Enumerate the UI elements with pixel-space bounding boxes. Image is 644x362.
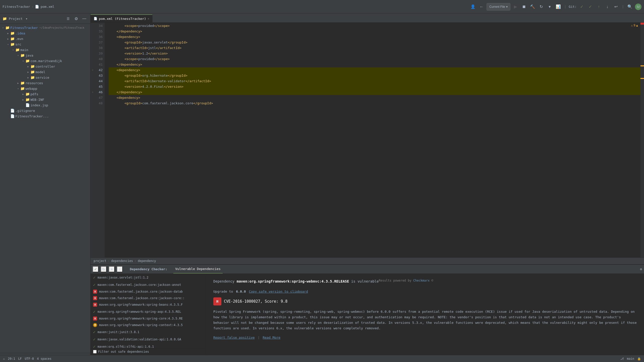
run-button[interactable]: ▶ xyxy=(512,3,519,10)
dep-item-10[interactable]: ✓ maven:javax.validation:validation-api:… xyxy=(91,336,206,343)
gutter-warn-2 xyxy=(640,78,644,79)
panel-settings-icon[interactable]: ⚙ xyxy=(640,267,642,271)
minimize-icon[interactable]: — xyxy=(81,15,88,22)
tab-close-icon[interactable]: ✕ xyxy=(148,17,149,20)
tree-item-webapp[interactable]: ▾ 📁 webapp xyxy=(0,86,90,91)
read-more-link[interactable]: Read More xyxy=(263,336,280,339)
panel-refresh-icon[interactable]: ↻ xyxy=(101,266,107,272)
panel-side-icons: ✓ ↻ ≡ ↕ xyxy=(93,266,123,272)
com-arrow: ▾ xyxy=(21,59,25,63)
right-gutter xyxy=(640,23,644,257)
dep-item-8[interactable]: M maven:org.springframework:spring-conte… xyxy=(91,322,206,328)
filter-checkbox[interactable] xyxy=(93,350,97,353)
panel-tabs: ✓ ↻ ≡ ↕ Dependency Checker: Vulnerable D… xyxy=(91,265,644,274)
resources-arrow: ▶ xyxy=(16,81,20,85)
current-file-button[interactable]: Current File ▾ xyxy=(487,3,510,11)
tree-item-mvn[interactable]: ▶ 📁 .mvn xyxy=(0,36,90,41)
sidebar-scrollbar[interactable] xyxy=(0,353,90,355)
git-update-icon[interactable]: ↓ xyxy=(604,3,611,10)
dep-item-6[interactable]: ✓ maven:org.springframework:spring-aop:4… xyxy=(91,308,206,315)
main-label: main xyxy=(20,48,28,52)
dep-status-med-8: M xyxy=(93,323,97,327)
tab-vulnerable[interactable]: Vulnerable Dependencies xyxy=(173,265,223,274)
sidebar-dropdown-icon[interactable]: ▾ xyxy=(26,17,28,21)
dep-item-5[interactable]: H maven:org.springframework:spring-beans… xyxy=(91,301,206,308)
tree-item-idea[interactable]: ▶ 📁 .idea xyxy=(0,30,90,36)
report-false-positive-link[interactable]: Report false positive xyxy=(213,336,255,339)
dep-item-1[interactable]: ✓ maven:javax.servlet:jstl:1.2 xyxy=(91,274,206,281)
coverage-button[interactable]: ▾ xyxy=(546,3,553,10)
user-icon[interactable]: 👤 xyxy=(469,3,476,10)
tree-item-main[interactable]: ▾ 📁 main xyxy=(0,47,90,53)
tree-item-java[interactable]: ▾ 📁 java xyxy=(0,53,90,58)
tree-item-ft-xml[interactable]: ▶ 📄 FitnessTracker... xyxy=(0,113,90,119)
g45 xyxy=(91,83,95,89)
tree-item-model[interactable]: ▶ 📁 model xyxy=(0,69,90,75)
tree-item-service[interactable]: ▶ 📁 service xyxy=(0,75,90,80)
dep-list-panel: ✓ maven:javax.servlet:jstl:1.2 ✓ maven:c… xyxy=(91,274,206,355)
panel-check-icon[interactable]: ✓ xyxy=(93,266,99,272)
git-push-icon[interactable]: ↑ xyxy=(595,3,602,10)
settings-icon[interactable]: ⚙ xyxy=(73,15,80,22)
results-text: Results powered by xyxy=(379,279,413,282)
model-folder-icon: 📁 xyxy=(30,70,35,74)
git-check2-icon[interactable]: ✓ xyxy=(587,3,594,10)
g41 xyxy=(91,61,95,67)
branch-icon: ⎇ xyxy=(620,357,624,360)
tree-item-resources[interactable]: ▶ 📁 resources xyxy=(0,80,90,86)
collapse-all-icon[interactable]: ☰ xyxy=(65,15,72,22)
root-path: ~/IdeaProjects/FitnessTrack xyxy=(39,26,85,29)
dep-name-9: maven:junit:junit:3.8.1 xyxy=(98,330,139,334)
editor-tab-pom[interactable]: 📄 pom.xml (FitnessTracker) ✕ xyxy=(91,14,152,22)
git-check-icon[interactable]: ✓ xyxy=(578,3,585,10)
com-folder-icon: 📁 xyxy=(25,59,30,63)
tree-item-com[interactable]: ▾ 📁 com.maritvandijk xyxy=(0,58,90,64)
dep-name-3: maven:com.fasterxml.jackson.core:jackson… xyxy=(99,290,183,293)
reload-button[interactable]: ↻ xyxy=(538,3,545,10)
dep-item-4[interactable]: H maven:com.fasterxml.jackson.core:jacks… xyxy=(91,295,206,301)
warning-icon: ⚠ xyxy=(631,24,633,27)
tree-item-root[interactable]: ▾ 📁 FitnessTracker ~/IdeaProjects/Fitnes… xyxy=(0,25,90,30)
dep-item-11[interactable]: ✓ maven:org.slf4i:slf4i-api:1.6.1 xyxy=(91,343,206,348)
tree-item-controller[interactable]: ▶ 📁 controller xyxy=(0,64,90,69)
dep-status-ok-9: ✓ xyxy=(93,330,96,334)
project-folder-icon: 📁 xyxy=(3,17,7,21)
dep-status-ok-2: ✓ xyxy=(93,282,96,287)
panel-filter-icon[interactable]: ≡ xyxy=(109,266,115,272)
dep-name-1: maven:javax.servlet:jstl:1.2 xyxy=(98,276,148,279)
code-container: ⚠9▲ 34 35 36 37 38 39 40 41 42 43 44 45 … xyxy=(91,23,644,257)
panel-sort-icon[interactable]: ↕ xyxy=(117,266,123,272)
dep-item-7[interactable]: H maven:org.springframework:spring-core:… xyxy=(91,315,206,322)
tree-item-pdfs[interactable]: ▶ 📁 pdfs xyxy=(0,91,90,97)
dep-item-9[interactable]: ✓ maven:junit:junit:3.8.1 xyxy=(91,328,206,336)
back-icon[interactable]: ← xyxy=(478,3,485,10)
undo-icon[interactable]: ↩ xyxy=(612,3,619,10)
tab-dep-checker[interactable]: Dependency Checker: xyxy=(128,265,169,274)
cve-icon-label: H xyxy=(216,299,218,303)
g34 xyxy=(91,23,95,28)
tree-item-src[interactable]: ▾ 📁 src xyxy=(0,41,90,47)
copy-link[interactable]: Copy safe version to clipboard xyxy=(249,290,308,293)
search-icon[interactable]: 🔍 xyxy=(626,3,633,10)
stop-button[interactable]: ⏹ xyxy=(520,3,528,10)
code-line-38: <artifactId>jstl</artifactId> xyxy=(109,45,644,51)
mvn-arrow: ▶ xyxy=(6,37,10,41)
code-line-41: </dependency> xyxy=(109,62,644,67)
build-button[interactable]: 🔨 xyxy=(529,3,536,10)
avatar-icon[interactable]: M xyxy=(635,4,641,10)
profile-button[interactable]: 📊 xyxy=(555,3,562,10)
dep-name-7: maven:org.springframework:spring-core:4.… xyxy=(99,317,183,320)
dep-status-vuln-4: H xyxy=(93,296,97,300)
dep-item-3[interactable]: H maven:com.fasterxml.jackson.core:jacks… xyxy=(91,288,206,295)
tree-item-gitignore[interactable]: ▶ 📄 .gitignore xyxy=(0,108,90,113)
dep-item-2[interactable]: ✓ maven:com.fasterxml.jackson.core:jacks… xyxy=(91,281,206,288)
code-content[interactable]: <scope>provided</scope> </dependency> <d… xyxy=(105,23,644,257)
root-folder-icon: 📁 xyxy=(5,25,10,30)
webapp-folder-icon: 📁 xyxy=(20,86,25,91)
code-line-44: <artifactId>hibernate-validator</artifac… xyxy=(109,78,644,84)
tree-item-webinf[interactable]: ▶ 📁 WEB-INF xyxy=(0,97,90,102)
resources-folder-icon: 📁 xyxy=(20,81,25,85)
checkmarx-link[interactable]: Checkmarx xyxy=(413,279,430,282)
tree-item-index[interactable]: ▶ 📄 index.jsp xyxy=(0,102,90,108)
dep-name-8: maven:org.springframework:spring-context… xyxy=(99,323,183,327)
